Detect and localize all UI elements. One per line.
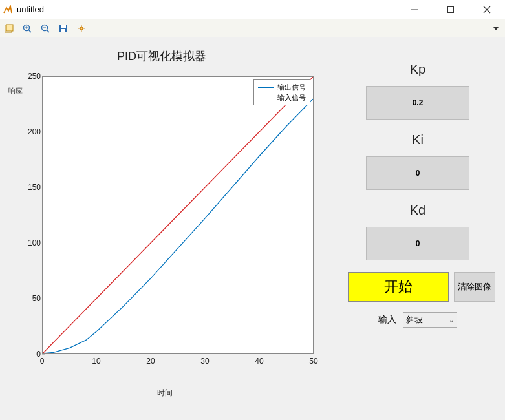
- plot-area: 输出信号 输入信号: [42, 76, 314, 354]
- y-tick-label: 250: [21, 72, 41, 81]
- clear-button[interactable]: 清除图像: [454, 272, 495, 302]
- figure-content: PID可视化模拟器 响应 050100150200250 01020304050…: [0, 37, 505, 420]
- chevron-down-icon: ⌄: [449, 317, 454, 324]
- input-type-label: 输入: [378, 314, 396, 326]
- minimize-button[interactable]: [404, 3, 425, 17]
- svg-rect-15: [61, 29, 65, 32]
- x-tick-label: 0: [40, 357, 45, 366]
- close-button[interactable]: [477, 3, 497, 17]
- y-tick-label: 150: [21, 183, 41, 192]
- chart-panel: PID可视化模拟器 响应 050100150200250 01020304050…: [3, 41, 320, 409]
- start-button[interactable]: 开始: [348, 272, 449, 302]
- new-figure-icon[interactable]: [3, 22, 16, 35]
- y-tick-label: 0: [21, 350, 41, 359]
- x-tick-label: 10: [92, 357, 100, 366]
- control-panel: Kp 0.2 Ki 0 Kd 0 开始 清除图像 输入 斜坡 ⌄: [337, 57, 499, 328]
- legend-entry-input: 输入信号: [258, 92, 306, 103]
- legend-label-output: 输出信号: [277, 83, 306, 92]
- y-axis-label: 响应: [8, 86, 23, 96]
- svg-rect-14: [61, 25, 66, 28]
- x-axis-label: 时间: [157, 388, 173, 399]
- svg-line-11: [47, 30, 50, 32]
- zoom-out-icon[interactable]: [39, 22, 52, 35]
- window-title: untitled: [17, 5, 404, 14]
- x-tick-label: 20: [146, 357, 155, 366]
- save-icon[interactable]: [57, 22, 70, 35]
- x-tick-label: 30: [200, 357, 209, 366]
- ki-label: Ki: [412, 132, 424, 147]
- axes[interactable]: 响应 050100150200250 01020304050 输出信号 输入信号…: [10, 67, 320, 377]
- figure-toolbar: [0, 19, 505, 37]
- input-type-value: 斜坡: [406, 314, 423, 326]
- zoom-in-icon[interactable]: [21, 22, 34, 35]
- svg-rect-5: [6, 25, 13, 31]
- svg-point-16: [80, 27, 83, 30]
- y-tick-label: 50: [21, 294, 41, 303]
- y-tick-label: 200: [21, 127, 41, 136]
- matlab-logo-icon: [3, 5, 13, 15]
- x-tick-label: 40: [255, 357, 263, 366]
- legend[interactable]: 输出信号 输入信号: [253, 79, 310, 105]
- window-titlebar: untitled: [0, 0, 505, 19]
- kd-label: Kd: [410, 203, 425, 218]
- legend-label-input: 输入信号: [277, 93, 306, 103]
- chart-title: PID可视化模拟器: [3, 41, 320, 67]
- dropdown-arrow-icon[interactable]: [489, 22, 502, 35]
- kd-field[interactable]: 0: [366, 227, 469, 260]
- pan-icon[interactable]: [75, 22, 88, 35]
- kp-field[interactable]: 0.2: [366, 86, 469, 120]
- window-controls: [404, 3, 502, 17]
- legend-entry-output: 输出信号: [258, 82, 306, 92]
- svg-rect-1: [448, 6, 454, 12]
- input-type-select[interactable]: 斜坡 ⌄: [403, 312, 457, 328]
- maximize-button[interactable]: [440, 3, 461, 17]
- svg-line-7: [29, 30, 32, 32]
- x-tick-label: 50: [309, 357, 317, 366]
- y-tick-label: 100: [21, 238, 41, 247]
- kp-label: Kp: [410, 62, 425, 77]
- ki-field[interactable]: 0: [366, 156, 469, 190]
